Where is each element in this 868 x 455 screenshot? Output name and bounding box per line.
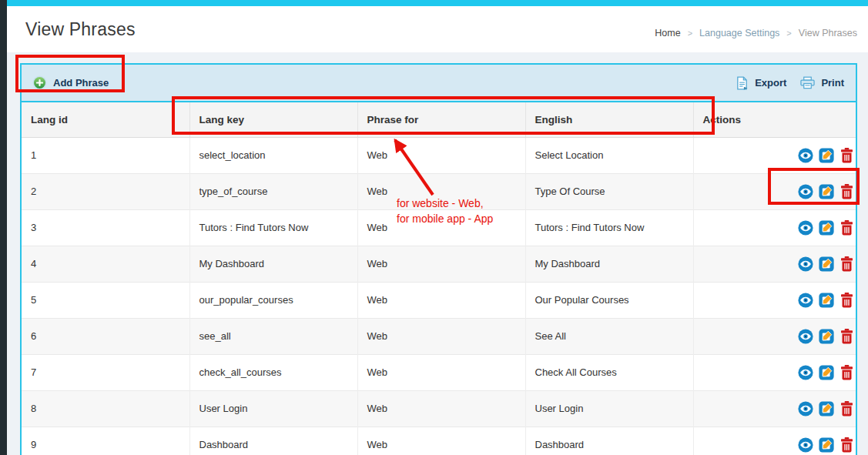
cell-actions <box>693 209 856 246</box>
edit-icon[interactable] <box>819 293 834 308</box>
cell-phrase-for: Web <box>357 173 525 209</box>
cell-phrase-for: Web <box>357 354 525 390</box>
cell-lang-id: 5 <box>22 282 189 318</box>
cell-actions <box>693 390 856 427</box>
delete-trash-icon[interactable] <box>840 184 856 199</box>
printer-icon <box>800 76 815 89</box>
edit-icon[interactable] <box>819 365 834 380</box>
export-button[interactable]: Export <box>736 76 786 90</box>
cell-lang-id: 4 <box>22 246 189 282</box>
cell-english: Our Popular Courses <box>525 282 693 318</box>
view-eye-icon[interactable] <box>798 437 813 453</box>
delete-trash-icon[interactable] <box>840 329 856 344</box>
col-header-lang-key: Lang key <box>189 102 357 137</box>
table-row: 9 Dashboard Web Dashboard <box>22 427 856 455</box>
cell-english: Tutors : Find Tutors Now <box>525 209 693 246</box>
table-row: 6 see_all Web See All <box>22 318 856 354</box>
add-phrase-label: Add Phrase <box>53 77 109 89</box>
cell-lang-id: 8 <box>22 390 189 427</box>
cell-phrase-for: Web <box>357 318 525 354</box>
col-header-phrase-for: Phrase for <box>357 102 525 137</box>
breadcrumb-separator: > <box>786 28 791 38</box>
content-header: View Phrases Home > Language Settings > … <box>7 6 868 52</box>
delete-trash-icon[interactable] <box>840 220 856 236</box>
table-row: 2 type_of_course Web Type Of Course <box>22 173 856 209</box>
view-eye-icon[interactable] <box>798 184 813 199</box>
delete-trash-icon[interactable] <box>840 365 856 380</box>
cell-actions <box>693 427 856 455</box>
view-eye-icon[interactable] <box>798 220 813 236</box>
plus-circle-icon <box>32 75 47 90</box>
breadcrumb: Home > Language Settings > View Phrases <box>655 28 857 38</box>
export-file-icon <box>736 76 749 90</box>
breadcrumb-current: View Phrases <box>799 28 857 38</box>
panel-toolbar: Add Phrase Export <box>22 65 856 101</box>
table-row: 3 Tutors : Find Tutors Now Web Tutors : … <box>22 209 856 246</box>
page-title: View Phrases <box>25 19 136 40</box>
print-label: Print <box>821 77 844 89</box>
edit-icon[interactable] <box>819 401 834 417</box>
cell-lang-key: Dashboard <box>189 427 357 455</box>
add-phrase-button[interactable]: Add Phrase <box>32 75 109 90</box>
table-row: 8 User Login Web User Login <box>22 390 856 427</box>
delete-trash-icon[interactable] <box>840 293 856 308</box>
cell-actions <box>693 246 856 282</box>
cell-lang-key: Tutors : Find Tutors Now <box>189 209 357 246</box>
view-eye-icon[interactable] <box>798 329 813 344</box>
breadcrumb-language-settings[interactable]: Language Settings <box>699 28 779 38</box>
delete-trash-icon[interactable] <box>840 256 856 272</box>
cell-actions <box>693 318 856 354</box>
cell-english: User Login <box>525 390 693 427</box>
edit-icon[interactable] <box>819 437 834 453</box>
cell-lang-id: 7 <box>22 354 189 390</box>
cell-actions <box>693 137 856 173</box>
delete-trash-icon[interactable] <box>840 437 856 453</box>
print-button[interactable]: Print <box>800 76 844 89</box>
phrases-table-body: 1 select_location Web Select Location <box>22 137 856 455</box>
view-eye-icon[interactable] <box>798 401 813 417</box>
delete-trash-icon[interactable] <box>840 401 856 417</box>
cell-lang-id: 6 <box>22 318 189 354</box>
view-eye-icon[interactable] <box>798 148 813 163</box>
edit-icon[interactable] <box>819 256 834 272</box>
phrases-panel: Add Phrase Export <box>20 63 857 455</box>
cell-lang-id: 2 <box>22 173 189 209</box>
phrases-table: Lang id Lang key Phrase for English Acti… <box>22 101 856 455</box>
cell-english: My Dashboard <box>525 246 693 282</box>
cell-actions <box>693 173 856 209</box>
cell-english: Check All Courses <box>525 354 693 390</box>
view-eye-icon[interactable] <box>798 365 813 380</box>
edit-icon[interactable] <box>819 329 834 344</box>
cell-lang-key: check_all_courses <box>189 354 357 390</box>
cell-lang-id: 9 <box>22 427 189 455</box>
cell-english: Dashboard <box>525 427 693 455</box>
view-eye-icon[interactable] <box>798 256 813 272</box>
edit-icon[interactable] <box>819 148 834 163</box>
cell-english: See All <box>525 318 693 354</box>
col-header-actions: Actions <box>693 102 856 137</box>
table-row: 5 our_popular_courses Web Our Popular Co… <box>22 282 856 318</box>
delete-trash-icon[interactable] <box>840 148 856 163</box>
cell-phrase-for: Web <box>357 137 525 173</box>
cell-lang-id: 3 <box>22 209 189 246</box>
cell-actions <box>693 282 856 318</box>
cell-lang-key: User Login <box>189 390 357 427</box>
breadcrumb-home[interactable]: Home <box>655 28 680 38</box>
cell-english: Select Location <box>525 137 693 173</box>
breadcrumb-separator: > <box>688 28 692 38</box>
cell-english: Type Of Course <box>525 173 693 209</box>
edit-icon[interactable] <box>819 184 834 199</box>
col-header-lang-id: Lang id <box>22 102 189 137</box>
cell-lang-key: type_of_course <box>189 173 357 209</box>
cell-lang-key: see_all <box>189 318 357 354</box>
table-row: 1 select_location Web Select Location <box>22 137 856 173</box>
col-header-english: English <box>525 102 693 137</box>
cell-phrase-for: Web <box>357 427 525 455</box>
cell-lang-key: our_popular_courses <box>189 282 357 318</box>
edit-icon[interactable] <box>819 220 834 236</box>
view-eye-icon[interactable] <box>798 293 813 308</box>
toolbar-right-group: Export Print <box>736 76 844 90</box>
export-label: Export <box>755 77 786 89</box>
sidebar-edge <box>0 0 7 455</box>
top-accent-bar <box>7 0 868 6</box>
